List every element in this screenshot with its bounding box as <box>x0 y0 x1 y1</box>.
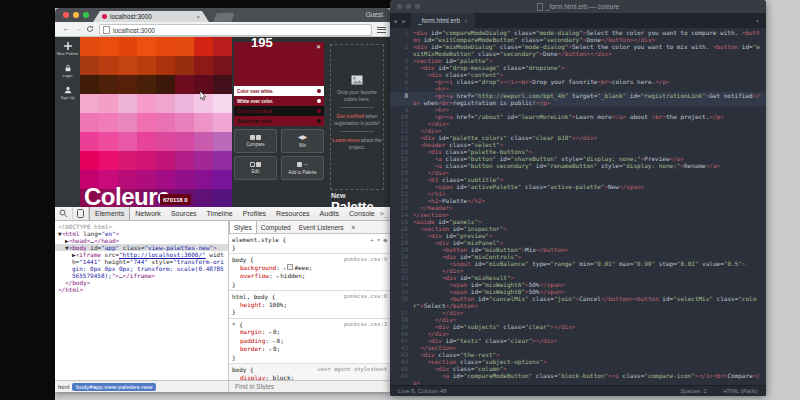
palette-color-cell[interactable] <box>194 170 213 189</box>
palette-color-cell[interactable] <box>175 170 194 189</box>
menu-icon[interactable] <box>377 25 386 34</box>
code-line[interactable]: 3<section id="palette"> <box>390 57 766 64</box>
palette-color-cell[interactable] <box>156 37 175 56</box>
sidebar-item-sign-up[interactable]: Sign Up <box>55 81 80 103</box>
devtools-tab-profiles[interactable]: Profiles <box>238 207 271 220</box>
styles-tab-styles[interactable]: Styles <box>229 221 257 233</box>
css-property[interactable]: overflow: ▸hidden; <box>232 272 387 281</box>
palette-color-cell[interactable] <box>175 37 194 56</box>
palette-color-cell[interactable] <box>156 132 175 151</box>
palette-color-cell[interactable] <box>213 189 232 207</box>
color-swatch-icon[interactable] <box>287 264 293 270</box>
palette-color-cell[interactable] <box>80 94 99 113</box>
palette-color-cell[interactable] <box>80 113 99 132</box>
css-property[interactable]: padding: ▸0; <box>232 337 387 346</box>
css-source-link[interactable]: punkcss.css:9 <box>344 256 387 264</box>
code-line[interactable]: 10 <p><a href="/about" id="learnMoreLink… <box>390 113 766 120</box>
browser-tab[interactable]: localhost:3000 × <box>93 11 209 22</box>
palette-color-cell[interactable] <box>80 37 99 56</box>
expand-arrow-icon[interactable]: ▸ <box>269 346 272 352</box>
expand-arrow-icon[interactable]: ▸ <box>269 329 272 335</box>
device-mode-icon[interactable] <box>73 207 89 220</box>
window-maximize-button[interactable] <box>415 4 420 9</box>
dom-tree-node[interactable]: ▶<iframe src="http://localhost:3000/" wi… <box>55 251 228 279</box>
palette-color-cell[interactable] <box>118 113 137 132</box>
style-settings-icon[interactable]: ◉ <box>383 236 387 244</box>
dom-tree-node[interactable]: </body> <box>55 279 228 286</box>
css-property[interactable]: border: ▸0; <box>232 345 387 354</box>
code-line[interactable]: 16 <a class="button" id="shareButton" st… <box>390 155 766 162</box>
get-notified-link[interactable]: Get notified <box>336 113 364 119</box>
devtools-tab-timeline[interactable]: Timeline <box>202 207 238 220</box>
code-line[interactable]: 14 <header class="select"> <box>390 141 766 148</box>
indentation-label[interactable]: Spaces: 2 <box>680 388 707 394</box>
palette-color-cell[interactable] <box>194 37 213 56</box>
code-line[interactable]: 8 <p><a href="http://eepurl.com/bpt_4b" … <box>390 92 766 106</box>
window-maximize-button[interactable] <box>83 12 89 18</box>
code-line[interactable]: 41 <div id="tests" class="clear"></div> <box>390 337 766 344</box>
inspect-icon[interactable] <box>55 207 73 220</box>
code-line[interactable]: 27 <div id="preview"> <box>390 232 766 239</box>
css-property[interactable]: background: ▸#eee; <box>232 264 387 273</box>
find-styles-input[interactable] <box>233 382 378 391</box>
palette-color-cell[interactable] <box>137 56 156 75</box>
palette-color-cell[interactable] <box>99 132 118 151</box>
code-line[interactable]: 46 <a id="compareModeButton" class="bloc… <box>390 372 766 385</box>
code-line[interactable]: 4 <div id="drop-message" class="dropzone… <box>390 64 766 71</box>
tab-close-icon[interactable]: × <box>196 14 200 20</box>
contrast-row[interactable]: Black over color. <box>234 116 324 126</box>
devtools-tab-audits[interactable]: Audits <box>315 207 344 220</box>
palette-color-cell[interactable] <box>175 75 194 94</box>
code-line[interactable]: 20 <span id="activePalette" class="activ… <box>390 183 766 190</box>
css-selector[interactable]: html, body { <box>232 293 275 301</box>
syntax-label[interactable]: HTML (Rails) <box>723 388 758 394</box>
css-source-link[interactable]: punkcss.css:8 <box>344 293 387 301</box>
dropzone[interactable]: Drop your favorite colors here. Get noti… <box>330 44 384 190</box>
code-line[interactable]: 13 <div id="palette_colors" class="clear… <box>390 134 766 141</box>
palette-color-cell[interactable] <box>118 75 137 94</box>
code-line[interactable]: 32 </div> <box>390 267 766 274</box>
palette-color-cell[interactable] <box>137 75 156 94</box>
palette-color-cell[interactable] <box>213 94 232 113</box>
palette-color-cell[interactable] <box>137 132 156 151</box>
code-line[interactable]: 12 </div> <box>390 127 766 134</box>
code-line[interactable]: 19 <h1 class="subtitle"> <box>390 176 766 183</box>
devtools-tab-console[interactable]: Console <box>344 207 380 220</box>
code-line[interactable]: 2<div id="mixModeDialog" class="mode-dia… <box>390 43 766 57</box>
window-minimize-button[interactable] <box>406 4 411 9</box>
compare-button[interactable]: Compare <box>234 129 277 153</box>
css-source-link[interactable]: punkcss.css:3 <box>344 321 387 329</box>
css-selector[interactable]: * { <box>232 321 243 329</box>
palette-color-cell[interactable] <box>194 189 213 207</box>
palette-color-cell[interactable] <box>213 75 232 94</box>
code-line[interactable]: 7 <hr> <box>390 85 766 92</box>
element-style-selector[interactable]: element.style { <box>232 236 286 244</box>
code-line[interactable]: 28 <div id="mixPanel"> <box>390 239 766 246</box>
palette-color-cell[interactable] <box>175 94 194 113</box>
tab-close-icon[interactable]: × <box>464 18 468 24</box>
console-drawer-icon[interactable]: >_ <box>380 210 388 218</box>
new-tab-button[interactable] <box>214 13 235 22</box>
code-line[interactable]: 35 <span id="mixWeightB">50%</span> <box>390 288 766 295</box>
dom-tree-node[interactable]: ▼<html lang="en"> <box>55 230 228 237</box>
palette-color-cell[interactable] <box>156 94 175 113</box>
dom-tree-node[interactable]: ▶<head>…</head> <box>55 237 228 244</box>
code-line[interactable]: 31 <input id="mixBalance" type="range" m… <box>390 260 766 267</box>
tab-overflow-icon[interactable]: ▼ <box>755 18 766 24</box>
code-line[interactable]: 26 <section id="inspector"> <box>390 225 766 232</box>
palette-color-cell[interactable] <box>213 132 232 151</box>
palette-color-cell[interactable] <box>99 113 118 132</box>
learn-more-link[interactable]: Learn more <box>332 137 359 143</box>
breadcrumb-item[interactable]: html <box>58 384 69 390</box>
palette-color-cell[interactable] <box>213 37 232 56</box>
dom-tree-node[interactable]: </html> <box>55 286 228 293</box>
code-line[interactable]: 5 <div class="content"> <box>390 71 766 78</box>
styles-tab-event-listeners[interactable]: Event Listeners <box>295 221 348 233</box>
code-line[interactable]: 18 </div> <box>390 169 766 176</box>
devtools-tab-network[interactable]: Network <box>130 207 166 220</box>
code-line[interactable]: 45 <div class="column"> <box>390 365 766 372</box>
palette-color-cell[interactable] <box>80 151 99 170</box>
expand-arrow-icon[interactable]: ▸ <box>276 273 279 279</box>
code-line[interactable]: 21 </h1> <box>390 190 766 197</box>
palette-color-cell[interactable] <box>118 132 137 151</box>
